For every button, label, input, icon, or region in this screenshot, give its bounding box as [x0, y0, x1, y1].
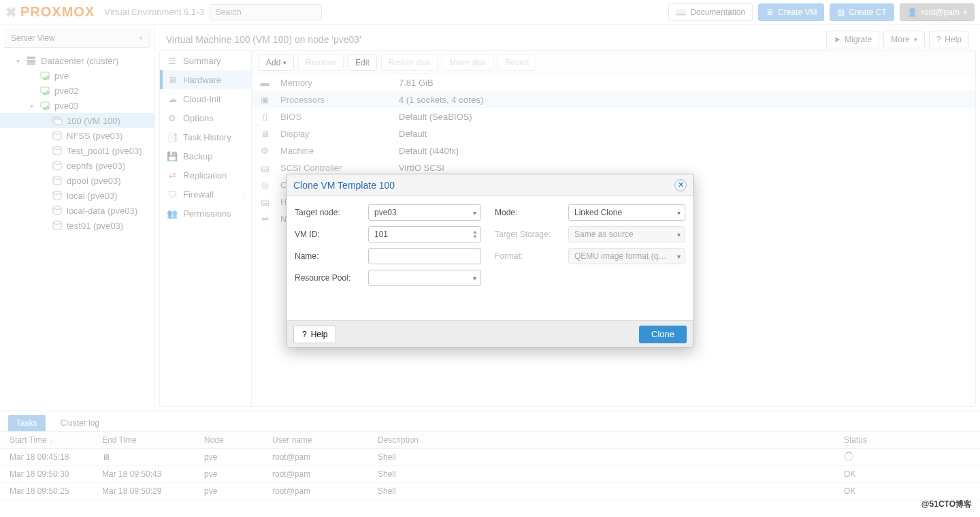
help-icon: ?: [302, 330, 307, 339]
clone-dialog: Clone VM Template 100 ✕ Target node: pve…: [286, 174, 694, 348]
format-combo: QEMU image format (qcow2) ▾: [568, 248, 685, 264]
chevron-down-icon: ▾: [473, 275, 476, 282]
target-node-combo[interactable]: pve03 ▾: [368, 204, 481, 221]
dialog-help-button[interactable]: ? Help: [293, 326, 336, 343]
chevron-down-icon: ▾: [677, 231, 681, 238]
vmid-label: VM ID:: [295, 230, 363, 239]
chevron-down-icon: ▾: [677, 209, 681, 217]
format-label: Format:: [495, 251, 563, 261]
target-node-label: Target node:: [295, 208, 363, 217]
watermark: @51CTO博客: [921, 499, 972, 510]
clone-button[interactable]: Clone: [639, 326, 687, 343]
close-icon[interactable]: ✕: [674, 179, 687, 191]
mode-label: Mode:: [495, 208, 563, 217]
vmid-spinner[interactable]: 101 ▲▼: [368, 226, 481, 242]
storage-label: Target Storage:: [495, 230, 563, 239]
mode-combo[interactable]: Linked Clone ▾: [568, 204, 685, 221]
chevron-down-icon: ▾: [473, 209, 476, 217]
pool-label: Resource Pool:: [295, 273, 363, 283]
resource-pool-combo[interactable]: ▾: [368, 270, 481, 286]
dialog-title: Clone VM Template 100: [293, 180, 395, 191]
chevron-down-icon: ▾: [677, 253, 681, 260]
name-field[interactable]: [368, 248, 481, 264]
spinner-buttons-icon[interactable]: ▲▼: [472, 230, 478, 239]
target-storage-combo: Same as source ▾: [568, 226, 685, 242]
name-label: Name:: [295, 251, 363, 261]
modal-mask: Clone VM Template 100 ✕ Target node: pve…: [0, 0, 980, 517]
